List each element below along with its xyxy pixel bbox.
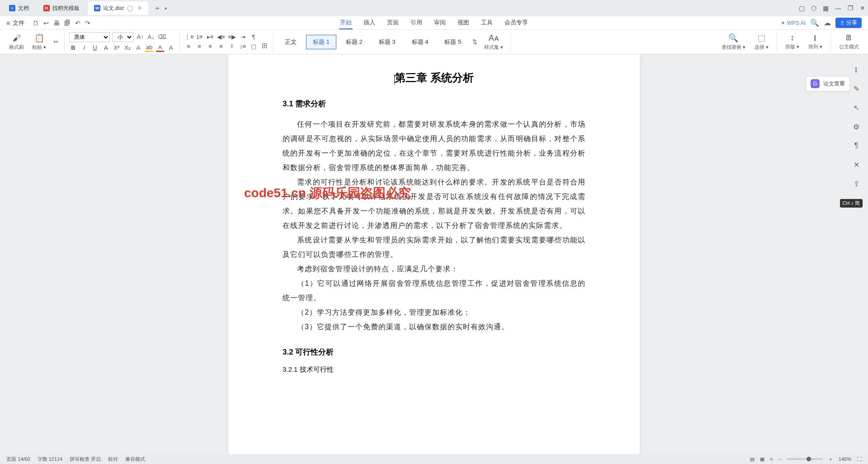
spellcheck-status[interactable]: 拼写检查 开启 [70, 456, 101, 463]
style-heading4[interactable]: 标题 4 [405, 35, 435, 49]
sort-button[interactable]: ↕排版 ▾ [783, 33, 802, 51]
zoom-level[interactable]: 146% [839, 456, 851, 462]
align-left-icon[interactable]: ≡ [184, 43, 193, 50]
fullscreen-icon[interactable]: ⛶ [857, 456, 862, 462]
font-size-select[interactable]: 小三 [113, 32, 133, 42]
distribute-icon[interactable]: ⫴ [228, 43, 236, 50]
proofing-status[interactable]: 校对 [108, 456, 118, 463]
window-mode-icon[interactable]: ▢ [799, 5, 805, 12]
clear-format-icon[interactable]: ⌫ [158, 33, 166, 40]
show-marks-icon[interactable]: ¶ [250, 33, 258, 40]
search-icon[interactable]: 🔍 [810, 19, 819, 27]
borders-icon[interactable]: 田 [260, 42, 269, 50]
zoom-out-icon[interactable]: − [778, 456, 781, 462]
align-right-icon[interactable]: ≡ [206, 43, 214, 50]
word-count[interactable]: 字数 12114 [38, 456, 63, 463]
settings-icon[interactable]: ⚙ [850, 120, 863, 133]
nav-pane-icon[interactable]: ⫿ [850, 63, 863, 76]
style-heading5[interactable]: 标题 5 [438, 35, 468, 49]
share-side-icon[interactable]: ⇪ [850, 177, 863, 190]
tab-insert[interactable]: 插入 [363, 17, 376, 29]
find-replace-button[interactable]: 🔍查找替换 ▾ [719, 33, 748, 51]
style-heading1[interactable]: 标题 1 [306, 35, 336, 49]
bold-icon[interactable]: B [69, 44, 77, 51]
close-icon[interactable]: ✕ [137, 5, 142, 11]
paragraph-icon[interactable]: ¶ [850, 139, 863, 152]
zoom-slider[interactable] [787, 458, 823, 460]
line-spacing-icon[interactable]: ↕≡ [239, 43, 247, 50]
open-icon[interactable]: ↩ [43, 19, 49, 27]
save-icon[interactable]: 🗐 [64, 19, 71, 27]
tab-stops-icon[interactable]: ⇥ [239, 33, 247, 40]
style-body[interactable]: 正文 [278, 35, 303, 49]
highlight-icon[interactable]: ab [145, 44, 153, 52]
wps-ai-button[interactable]: ✦WPS AI [781, 20, 806, 26]
page-indicator[interactable]: 页面 14/60 [6, 456, 30, 463]
thesis-check-button[interactable]: G 论文查重 [806, 76, 850, 91]
new-doc-icon[interactable]: 🗋 [33, 19, 39, 27]
minimize-button[interactable]: — [835, 5, 841, 12]
tab-menu-icon[interactable]: ◯ [127, 5, 133, 11]
view-web-icon[interactable]: ▦ [760, 456, 764, 462]
arrange-button[interactable]: ⫿排列 ▾ [806, 33, 825, 51]
tab-page[interactable]: 页面 [386, 17, 400, 29]
shrink-font-icon[interactable]: A↓ [147, 33, 155, 40]
tab-tools[interactable]: 工具 [480, 17, 494, 29]
grid-icon[interactable]: ▦ [823, 5, 829, 12]
document-viewport[interactable]: 第三章 系统分析 3.1 需求分析 任何一个项目在开发研究前，都需要对研发系统本… [0, 54, 868, 454]
tab-thesis[interactable]: W论文.doc◯✕ [88, 1, 148, 15]
tools-icon[interactable]: ✕ [850, 158, 863, 171]
style-heading3[interactable]: 标题 3 [372, 35, 402, 49]
decrease-indent-icon[interactable]: ◀≡ [217, 33, 225, 40]
strike-icon[interactable]: A̶ [102, 44, 110, 51]
cursor-icon[interactable]: ↖ [850, 101, 863, 114]
tab-list-button[interactable]: ▾ [165, 6, 167, 11]
pencil-icon[interactable]: ✎ [850, 82, 863, 95]
cube-icon[interactable]: ⬡ [811, 5, 816, 12]
cut-icon[interactable]: ✂ [52, 38, 60, 45]
tab-review[interactable]: 审阅 [433, 17, 447, 29]
hamburger-icon[interactable]: ≡ [6, 19, 10, 27]
text-effects-icon[interactable]: A [134, 44, 142, 51]
subscript-icon[interactable]: X₂ [123, 44, 132, 51]
align-center-icon[interactable]: ≡ [195, 43, 203, 50]
shading-icon[interactable]: ▢ [250, 43, 258, 50]
view-outline-icon[interactable]: ≡ [770, 456, 773, 462]
style-heading2[interactable]: 标题 2 [339, 35, 369, 49]
underline-icon[interactable]: U [91, 44, 99, 51]
grow-font-icon[interactable]: A↑ [136, 33, 144, 40]
document-page[interactable]: 第三章 系统分析 3.1 需求分析 任何一个项目在开发研究前，都需要对研发系统本… [228, 54, 640, 454]
zoom-in-icon[interactable]: ＋ [828, 456, 833, 463]
file-menu[interactable]: 文件 [13, 19, 24, 27]
style-set-button[interactable]: Aᴀ样式集 ▾ [481, 33, 506, 50]
select-button[interactable]: ⬚选择 ▾ [752, 33, 771, 51]
tab-docs[interactable]: ≡文档 [3, 1, 35, 15]
undo-icon[interactable]: ↶ [75, 19, 80, 27]
style-more-icon[interactable]: ⇅ [471, 38, 479, 45]
multilevel-list-icon[interactable]: ▸≡ [206, 33, 214, 40]
tab-start[interactable]: 开始 [339, 17, 353, 29]
number-list-icon[interactable]: 1≡ [195, 33, 203, 40]
redo-icon[interactable]: ↷ [85, 19, 90, 27]
gov-mode-button[interactable]: 🗎公文模式 [836, 33, 862, 51]
font-name-select[interactable]: 黑体 [69, 32, 110, 42]
align-justify-icon[interactable]: ≡ [217, 43, 225, 50]
tab-reference[interactable]: 引用 [410, 17, 423, 29]
superscript-icon[interactable]: X² [113, 44, 121, 51]
view-print-icon[interactable]: ▤ [750, 456, 755, 462]
paste-button[interactable]: 📋粘贴 ▾ [29, 33, 49, 50]
tab-template[interactable]: D找稻壳模板 [37, 1, 86, 15]
bullet-list-icon[interactable]: ⋮≡ [184, 33, 193, 40]
maximize-button[interactable]: ❐ [848, 5, 854, 12]
tab-vip[interactable]: 会员专享 [504, 17, 529, 29]
tab-view[interactable]: 视图 [457, 17, 470, 29]
new-tab-button[interactable]: ＋ [150, 4, 165, 13]
format-painter-button[interactable]: 🖌格式刷 [6, 33, 27, 50]
increase-indent-icon[interactable]: ≡▶ [228, 33, 236, 40]
print-icon[interactable]: 🖶 [53, 19, 60, 27]
char-shading-icon[interactable]: A [167, 44, 175, 51]
italic-icon[interactable]: I [80, 44, 88, 51]
share-button[interactable]: ⇪分享 [835, 18, 862, 28]
cloud-icon[interactable]: ☁ [824, 19, 831, 27]
close-window-button[interactable]: ✕ [860, 5, 865, 12]
